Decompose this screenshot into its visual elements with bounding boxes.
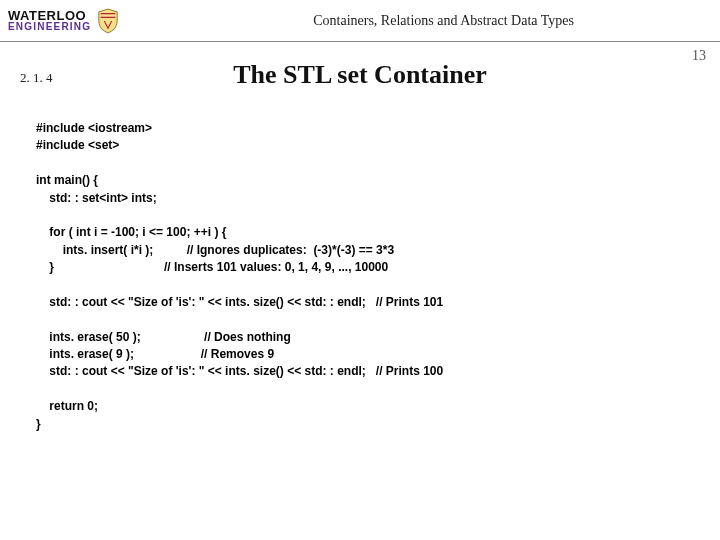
logo-bottom: ENGINEERING — [8, 22, 91, 32]
code-block: #include <iostream> #include <set> int m… — [0, 90, 720, 433]
page-number: 13 — [692, 48, 706, 64]
logo-block: WATERLOO ENGINEERING — [8, 8, 119, 34]
slide-title: The STL set Container — [0, 60, 720, 90]
section-number: 2. 1. 4 — [20, 70, 53, 86]
logo-text: WATERLOO ENGINEERING — [8, 10, 91, 32]
header: WATERLOO ENGINEERING Containers, Relatio… — [0, 0, 720, 42]
shield-icon — [97, 8, 119, 34]
chapter-title: Containers, Relations and Abstract Data … — [119, 13, 708, 29]
